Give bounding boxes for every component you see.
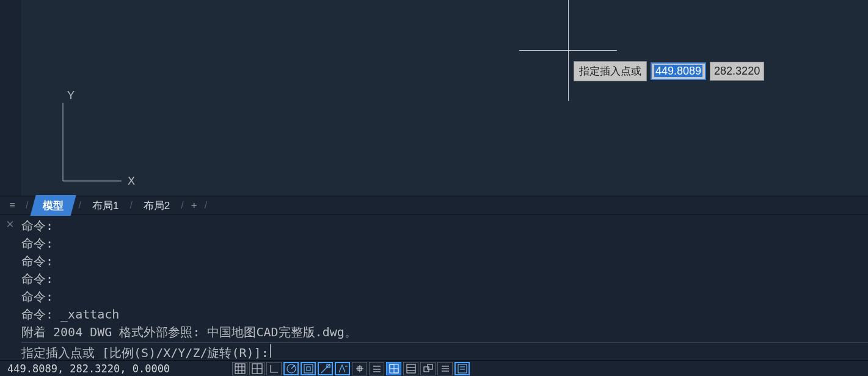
svg-rect-37 — [458, 364, 467, 373]
dynamic-input-toggle[interactable] — [335, 362, 350, 375]
command-history-line: 命令: — [21, 235, 868, 253]
dynamic-ucs-toggle[interactable] — [437, 362, 453, 375]
polar-tracking-toggle[interactable] — [283, 362, 299, 375]
tab-separator: / — [180, 200, 184, 211]
tooltip-x-input[interactable]: 449.8089 — [651, 62, 706, 80]
command-input[interactable]: 指定插入点或 [比例(S)/X/Y/Z/旋转(R)]: — [21, 342, 868, 362]
tab-add-button[interactable]: + — [185, 197, 203, 214]
properties-toggle[interactable] — [403, 362, 418, 375]
command-history-line: 命令: — [21, 253, 868, 270]
svg-text:Y: Y — [67, 90, 75, 101]
selection-cycling-toggle[interactable] — [420, 362, 436, 375]
status-coordinates[interactable]: 449.8089, 282.3220, 0.0000 — [0, 363, 232, 375]
lineweight-toggle[interactable] — [369, 362, 384, 375]
svg-rect-16 — [307, 367, 310, 370]
dynamic-input-tooltip: 指定插入点或 449.8089 282.3220 — [574, 61, 764, 81]
svg-rect-27 — [390, 364, 394, 369]
command-history-line: 命令: — [21, 217, 868, 235]
tab-separator: / — [77, 200, 82, 211]
command-history-line: 命令: — [21, 288, 868, 306]
tooltip-y-value: 282.3220 — [710, 62, 764, 81]
status-toggles — [232, 362, 470, 375]
svg-rect-15 — [304, 364, 313, 373]
tab-layout1[interactable]: 布局1 — [82, 195, 128, 216]
command-window[interactable]: 命令: 命令: 命令: 命令: 命令: 命令: _xattach 附着 2004… — [21, 216, 868, 359]
cycling-toggle[interactable] — [352, 362, 367, 375]
command-history-line: 附着 2004 DWG 格式外部参照: 中国地图CAD完整版.dwg。 — [21, 323, 868, 341]
object-snap-toggle[interactable] — [301, 362, 316, 375]
quick-properties-toggle[interactable] — [454, 362, 470, 375]
tab-separator: / — [24, 200, 29, 211]
svg-line-17 — [321, 364, 330, 373]
close-commandline-icon[interactable]: × — [6, 216, 14, 232]
svg-text:X: X — [128, 175, 135, 187]
tab-model[interactable]: 模型 — [31, 195, 76, 216]
command-history-line: 命令: — [21, 270, 868, 288]
grid-display-toggle[interactable] — [232, 362, 247, 375]
tab-layout2[interactable]: 布局2 — [134, 195, 180, 216]
ortho-mode-toggle[interactable] — [266, 362, 282, 375]
svg-rect-29 — [407, 364, 415, 373]
status-bar: 449.8089, 282.3220, 0.0000 — [0, 360, 868, 376]
tab-separator: / — [203, 200, 208, 211]
tabbar-menu-icon[interactable]: ≡ — [0, 200, 24, 211]
transparency-toggle[interactable] — [386, 362, 401, 375]
object-snap-tracking-toggle[interactable] — [318, 362, 333, 375]
snap-mode-toggle[interactable] — [249, 362, 264, 375]
tab-separator: / — [128, 200, 133, 211]
svg-rect-5 — [235, 364, 245, 374]
svg-line-14 — [291, 365, 295, 369]
tooltip-prompt: 指定插入点或 — [574, 61, 647, 81]
drawing-canvas[interactable]: 指定插入点或 449.8089 282.3220 Y X — [21, 0, 868, 196]
command-history-line: 命令: _xattach — [21, 306, 868, 323]
ucs-icon: Y X — [54, 90, 140, 188]
layout-tabbar: ≡ / 模型 / 布局1 / 布局2 / + / — [0, 196, 868, 215]
svg-rect-28 — [394, 369, 398, 373]
